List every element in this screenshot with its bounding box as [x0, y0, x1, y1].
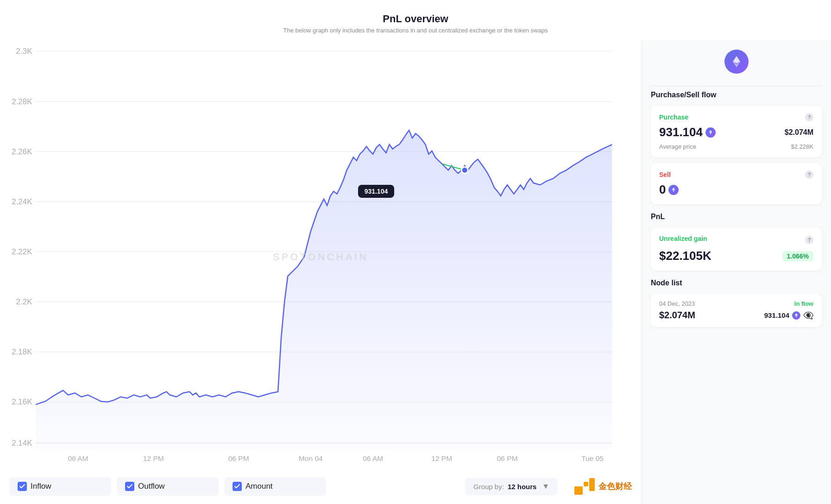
- node-flow-type: In flow: [794, 300, 813, 307]
- group-by-prefix-label: Group by:: [473, 483, 504, 491]
- unrealized-pct: 1.066%: [782, 251, 813, 261]
- page-subtitle: The below graph only includes the transa…: [0, 27, 831, 34]
- node-list-item: 04 Dec, 2023 In flow $2.074M 931.104: [651, 294, 822, 327]
- svg-text:Tue 05: Tue 05: [581, 455, 604, 463]
- sell-eth-amount: 0: [659, 183, 666, 197]
- svg-rect-29: [574, 486, 583, 495]
- svg-text:12 PM: 12 PM: [431, 455, 452, 463]
- svg-text:2.22K: 2.22K: [12, 247, 32, 256]
- brand-logo-icon: [574, 478, 595, 495]
- chart-legend: Inflow Outflow Amount Gro: [9, 469, 632, 504]
- purchase-label: Purchase: [659, 113, 688, 121]
- purchase-amount-row: 931.104 $2.074M: [659, 125, 813, 139]
- pnl-card: Unrealized gain ? $22.105K 1.066%: [651, 227, 822, 271]
- pnl-amount-row: $22.105K 1.066%: [659, 249, 813, 263]
- group-by-value-label: 12 hours: [508, 483, 537, 491]
- svg-text:06 PM: 06 PM: [228, 455, 249, 463]
- eth-icon: [724, 50, 749, 74]
- node-eth-row: 931.104 👁‍🗨: [764, 310, 813, 321]
- svg-rect-30: [584, 482, 588, 486]
- amount-checkbox[interactable]: [233, 482, 242, 491]
- svg-text:2.16K: 2.16K: [12, 398, 32, 407]
- sell-amount-row: 0: [659, 183, 813, 197]
- amount-legend-item[interactable]: Amount: [224, 477, 326, 496]
- purchase-eth-badge: [705, 127, 716, 138]
- pnl-section: PnL Unrealized gain ? $22.105K 1.066%: [651, 213, 822, 276]
- outflow-label: Outflow: [138, 482, 165, 491]
- group-by-dropdown[interactable]: Group by: 12 hours ▼: [465, 478, 558, 495]
- svg-marker-32: [733, 56, 740, 63]
- sell-info-icon[interactable]: ?: [805, 170, 813, 179]
- inflow-checkbox[interactable]: [18, 482, 27, 491]
- svg-text:2.28K: 2.28K: [12, 97, 32, 106]
- eye-off-icon[interactable]: 👁‍🗨: [803, 310, 813, 321]
- chart-area: SPOTONCHAIN 931.104 2.3K 2.28K 2.26K 2.2…: [0, 40, 641, 504]
- node-list-title: Node list: [651, 279, 822, 287]
- branding: 金色财经: [574, 478, 632, 495]
- purchase-card: Purchase ? 931.104 $2.074M Average price: [651, 106, 822, 158]
- svg-text:2.18K: 2.18K: [12, 347, 32, 356]
- node-usd-amount: $2.074M: [659, 310, 695, 321]
- purchase-sell-section-title: Purchase/Sell flow: [651, 91, 822, 99]
- sell-eth-badge: [668, 185, 679, 195]
- page-header: PnL overview The below graph only includ…: [0, 0, 831, 40]
- sell-card-header: Sell ?: [659, 170, 813, 179]
- eth-icon-wrapper: [651, 50, 822, 74]
- svg-text:12 PM: 12 PM: [143, 455, 164, 463]
- svg-text:06 AM: 06 AM: [68, 455, 88, 463]
- outflow-legend-item[interactable]: Outflow: [117, 477, 219, 496]
- sell-card: Sell ? 0: [651, 163, 822, 204]
- page-title: PnL overview: [0, 13, 831, 25]
- purchase-card-header: Purchase ?: [659, 113, 813, 121]
- purchase-usd-amount: $2.074M: [785, 128, 813, 137]
- sidebar: Purchase/Sell flow Purchase ? 931.104 $2…: [641, 40, 831, 504]
- svg-text:2.2K: 2.2K: [16, 297, 33, 306]
- node-list-section: Node list 04 Dec, 2023 In flow $2.074M 9…: [651, 279, 822, 327]
- amount-label: Amount: [246, 482, 273, 491]
- node-date: 04 Dec, 2023: [659, 300, 695, 307]
- purchase-info-icon[interactable]: ?: [805, 113, 813, 121]
- node-eth-badge: [792, 311, 800, 320]
- node-item-header: 04 Dec, 2023 In flow: [659, 300, 813, 307]
- pnl-section-title: PnL: [651, 213, 822, 221]
- unrealized-info-icon[interactable]: ?: [805, 236, 813, 244]
- svg-point-20: [461, 167, 468, 173]
- svg-text:2.3K: 2.3K: [16, 47, 33, 56]
- unrealized-amount: $22.105K: [659, 249, 711, 263]
- purchase-amount-left: 931.104: [659, 125, 716, 139]
- inflow-legend-item[interactable]: Inflow: [9, 477, 111, 496]
- outflow-checkbox[interactable]: [125, 482, 134, 491]
- inflow-label: Inflow: [31, 482, 51, 491]
- unrealized-gain-label: Unrealized gain: [659, 235, 707, 242]
- svg-text:2.14K: 2.14K: [12, 439, 32, 447]
- sell-label: Sell: [659, 171, 671, 178]
- main-content: SPOTONCHAIN 931.104 2.3K 2.28K 2.26K 2.2…: [0, 40, 831, 504]
- divider-1: [651, 86, 822, 86]
- node-bottom-row: $2.074M 931.104 👁‍🗨: [659, 310, 813, 321]
- svg-rect-31: [589, 478, 595, 491]
- svg-text:2.26K: 2.26K: [12, 147, 32, 156]
- chevron-down-icon: ▼: [542, 482, 549, 491]
- pnl-card-header: Unrealized gain ?: [659, 235, 813, 245]
- purchase-eth-amount: 931.104: [659, 125, 703, 139]
- sell-amount-left: 0: [659, 183, 679, 197]
- svg-text:06 PM: 06 PM: [497, 455, 518, 463]
- avg-price-row: Average price $2.228K: [659, 143, 813, 150]
- brand-text: 金色财经: [598, 481, 632, 492]
- avg-price-label: Average price: [659, 143, 696, 150]
- node-eth-value: 931.104: [764, 311, 789, 319]
- svg-text:Mon 04: Mon 04: [299, 455, 323, 463]
- svg-text:2.24K: 2.24K: [12, 197, 32, 206]
- price-chart: 2.3K 2.28K 2.26K 2.24K 2.22K 2.2K 2.18K …: [9, 45, 632, 469]
- svg-text:06 AM: 06 AM: [363, 455, 383, 463]
- chart-container: SPOTONCHAIN 931.104 2.3K 2.28K 2.26K 2.2…: [9, 45, 632, 469]
- avg-price-value: $2.228K: [791, 143, 813, 150]
